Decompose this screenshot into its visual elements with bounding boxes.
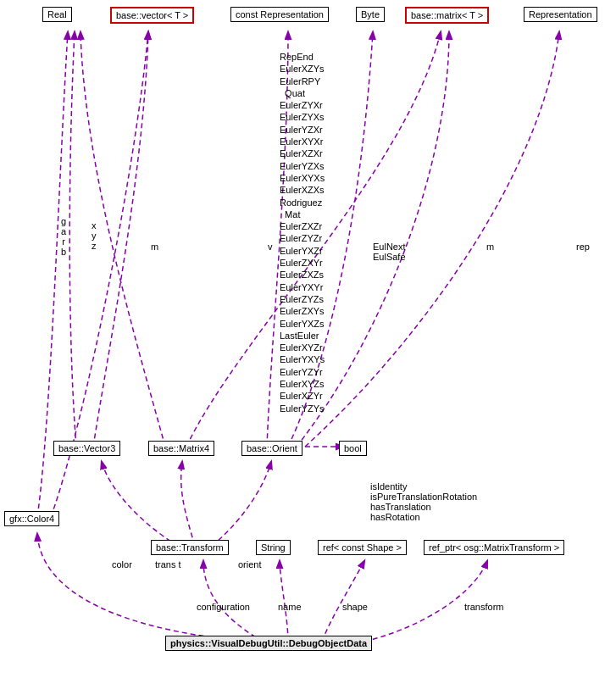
label-color: color <box>112 559 132 570</box>
node-real: Real <box>42 7 72 22</box>
node-base-vector-t: base::vector< T > <box>110 7 194 24</box>
label-bool-attrs: isIdentityisPureTranslationRotationhasTr… <box>370 481 477 522</box>
label-rep: rep <box>576 242 590 252</box>
label-garb: garb <box>61 216 66 257</box>
node-gfx-color4: gfx::Color4 <box>4 511 59 526</box>
node-bool: bool <box>339 441 367 456</box>
node-representation: Representation <box>524 7 597 22</box>
label-configuration: configuration <box>197 602 250 612</box>
node-byte: Byte <box>356 7 385 22</box>
label-trans-t: trans t <box>155 559 181 570</box>
label-v: v <box>268 242 273 252</box>
label-m-orient: m <box>486 242 494 252</box>
node-string: String <box>256 540 291 555</box>
diagram-container: Real base::vector< T > const Representat… <box>0 0 616 678</box>
node-ref-ptr-osg: ref_ptr< osg::MatrixTransform > <box>424 540 564 555</box>
node-base-matrix-t: base::matrix< T > <box>405 7 489 24</box>
label-m-matrix4: m <box>151 242 158 252</box>
node-base-vector3: base::Vector3 <box>53 441 120 456</box>
node-physics-visual: physics::VisualDebugUtil::DebugObjectDat… <box>165 636 372 651</box>
label-transform: transform <box>464 602 503 612</box>
node-base-matrix4: base::Matrix4 <box>148 441 214 456</box>
label-orient: orient <box>238 559 262 570</box>
label-eulnext-eulsafe: EulNextEulSafe <box>373 242 406 262</box>
label-name: name <box>278 602 302 612</box>
node-ref-const-shape: ref< const Shape > <box>318 540 407 555</box>
label-shape: shape <box>342 602 368 612</box>
node-const-representation: const Representation <box>230 7 329 22</box>
node-base-transform: base::Transform <box>151 540 229 555</box>
node-base-orient: base::Orient <box>241 441 302 456</box>
label-xyz: xyz <box>92 220 97 251</box>
enum-list: RepEnd EulerXZYs EulerRPY Quat EulerZYXr… <box>280 51 325 414</box>
